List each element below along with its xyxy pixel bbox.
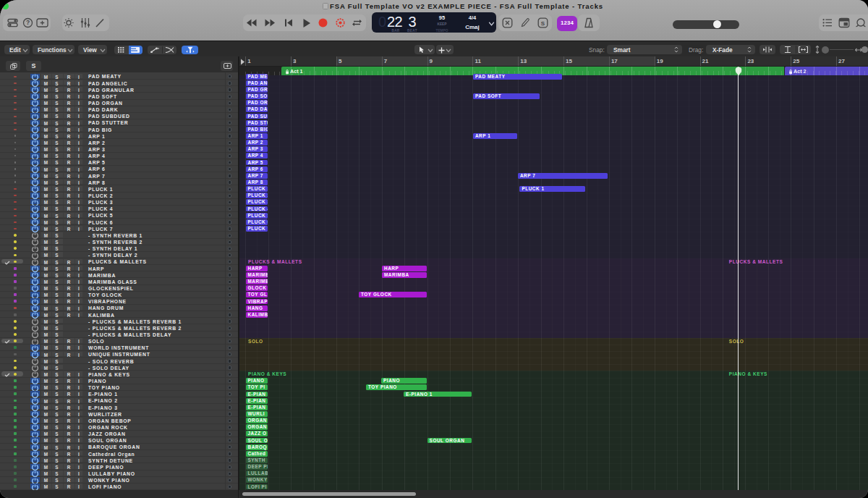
svg-text:?: ?: [26, 19, 30, 26]
svg-text:S: S: [541, 20, 545, 27]
